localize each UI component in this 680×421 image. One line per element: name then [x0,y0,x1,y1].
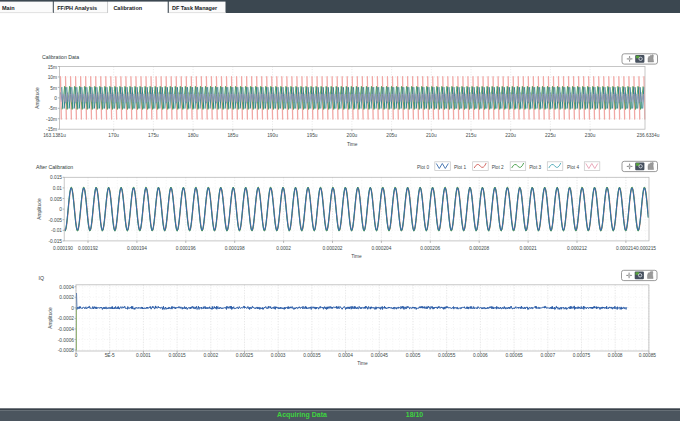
svg-text:-0.0008: -0.0008 [58,348,75,353]
svg-text:-0.0006: -0.0006 [58,338,75,343]
svg-text:-5m: -5m [49,106,57,111]
svg-text:0.000194: 0.000194 [127,246,147,251]
svg-text:0.00035: 0.00035 [303,353,321,358]
svg-text:Calibration: Calibration [113,5,142,11]
svg-text:0.00015: 0.00015 [168,353,186,358]
svg-text:Plot 3: Plot 3 [529,165,541,170]
svg-text:0.000192: 0.000192 [78,246,98,251]
svg-text:-0.015: -0.015 [48,239,62,244]
svg-text:Time: Time [347,142,358,147]
svg-text:Time: Time [351,254,362,259]
svg-text:0.0001: 0.0001 [136,353,151,358]
svg-text:-0.0002: -0.0002 [58,316,75,321]
svg-text:0.0004: 0.0004 [338,353,353,358]
svg-text:0.0002: 0.0002 [276,246,291,251]
svg-text:0.000206: 0.000206 [420,246,440,251]
svg-text:0.0002: 0.0002 [203,353,218,358]
svg-text:175u: 175u [148,133,159,138]
svg-text:FF/PH Analysis: FF/PH Analysis [57,5,97,11]
svg-text:0.0008: 0.0008 [608,353,623,358]
svg-text:Plot 1: Plot 1 [454,165,466,170]
svg-text:0.00075: 0.00075 [573,353,591,358]
svg-text:IQ: IQ [39,275,44,281]
svg-text:-0.01: -0.01 [51,228,62,233]
svg-text:0.005: 0.005 [50,197,62,202]
svg-text:15m: 15m [48,65,57,70]
svg-text:Main: Main [2,5,15,11]
svg-text:-10m: -10m [46,117,57,122]
svg-text:Amplitude: Amplitude [48,307,53,329]
svg-text:0: 0 [71,306,74,311]
svg-text:225u: 225u [545,133,556,138]
svg-text:Plot 0: Plot 0 [417,165,429,170]
svg-text:0.000208: 0.000208 [469,246,489,251]
svg-text:10m: 10m [48,75,57,80]
svg-text:0.000215: 0.000215 [636,246,656,251]
svg-text:0.0005: 0.0005 [406,353,421,358]
svg-text:0.01: 0.01 [53,186,63,191]
svg-text:Plot 4: Plot 4 [567,165,579,170]
svg-text:0.00055: 0.00055 [438,353,456,358]
svg-text:0.0002: 0.0002 [59,295,74,300]
svg-text:Calibration Data: Calibration Data [42,54,79,60]
svg-text:-0.0004: -0.0004 [58,327,75,332]
svg-text:-15m: -15m [46,127,57,132]
svg-text:-0.005: -0.005 [48,218,62,223]
svg-text:18/10: 18/10 [406,411,424,418]
svg-text:0.000214: 0.000214 [616,246,636,251]
svg-text:236.6334u: 236.6334u [637,133,660,138]
svg-text:195u: 195u [307,133,318,138]
svg-text:Amplitude: Amplitude [35,87,40,109]
svg-text:0.000196: 0.000196 [176,246,196,251]
svg-text:205u: 205u [386,133,397,138]
svg-text:0.0006: 0.0006 [473,353,488,358]
svg-text:0.0007: 0.0007 [540,353,555,358]
svg-text:0.00065: 0.00065 [505,353,523,358]
svg-text:Acquiring Data: Acquiring Data [277,411,327,419]
svg-text:163.1381u: 163.1381u [43,133,66,138]
svg-text:0.00021: 0.00021 [519,246,537,251]
svg-text:0: 0 [59,207,62,212]
svg-text:0.00045: 0.00045 [371,353,389,358]
svg-text:Time: Time [357,361,368,366]
svg-text:0.0003: 0.0003 [271,353,286,358]
svg-text:0.000202: 0.000202 [322,246,342,251]
svg-text:After Calibration: After Calibration [36,164,73,170]
svg-text:0.015: 0.015 [50,175,62,180]
svg-text:230u: 230u [585,133,596,138]
svg-text:220u: 220u [505,133,516,138]
svg-text:215u: 215u [466,133,477,138]
svg-text:0.000212: 0.000212 [567,246,587,251]
svg-text:170u: 170u [108,133,119,138]
svg-text:185u: 185u [227,133,238,138]
svg-text:0.00085: 0.00085 [639,353,657,358]
svg-text:Plot 2: Plot 2 [492,165,504,170]
svg-text:0.000198: 0.000198 [225,246,245,251]
svg-text:200u: 200u [347,133,358,138]
svg-text:0.000190: 0.000190 [53,246,73,251]
svg-text:Amplitude: Amplitude [37,198,42,220]
svg-text:5m: 5m [50,86,57,91]
svg-text:180u: 180u [188,133,199,138]
svg-text:0.00025: 0.00025 [236,353,254,358]
svg-text:210u: 210u [426,133,437,138]
svg-text:0: 0 [54,96,57,101]
svg-text:0.000204: 0.000204 [371,246,391,251]
svg-text:190u: 190u [267,133,278,138]
svg-text:0: 0 [75,353,78,358]
svg-text:5E-5: 5E-5 [105,353,115,358]
svg-text:0.0004: 0.0004 [59,285,74,290]
svg-text:DF Task Manager: DF Task Manager [172,5,218,11]
